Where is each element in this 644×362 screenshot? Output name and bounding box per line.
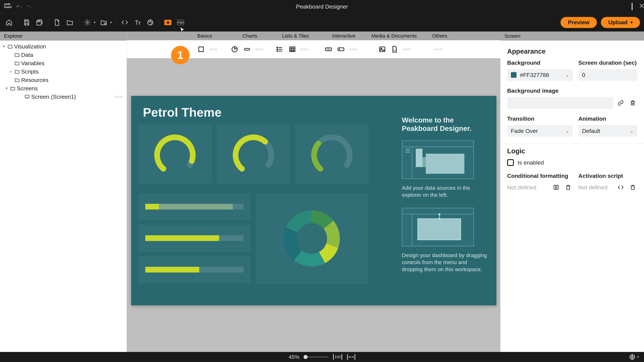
- home-button[interactable]: [4, 17, 14, 28]
- svg-rect-34: [556, 185, 558, 189]
- cond-edit-icon[interactable]: [552, 183, 561, 192]
- svg-point-5: [151, 22, 152, 23]
- background-label: Background: [507, 59, 573, 66]
- chevron-down-icon: ⌄: [630, 128, 634, 134]
- control-table[interactable]: [287, 44, 298, 55]
- upload-button-label: Upload: [608, 19, 628, 26]
- zoom-100-button[interactable]: 100: [333, 354, 342, 360]
- bgimage-field[interactable]: [507, 97, 613, 109]
- design-canvas[interactable]: Petrol Theme: [131, 96, 496, 305]
- duration-field[interactable]: 0: [578, 69, 637, 81]
- zoom-fit-button[interactable]: [347, 354, 355, 360]
- welcome-title-line2: Peakboard Designer.: [402, 124, 472, 132]
- settings-button[interactable]: [82, 17, 93, 28]
- tree-root-visualization[interactable]: ▾ Visualization: [0, 42, 126, 51]
- tree-item-data[interactable]: Data: [0, 51, 126, 59]
- gauge-tile-2: [217, 124, 290, 184]
- edge-mode-badge[interactable]: edge: [175, 17, 186, 28]
- animation-value: Default: [582, 128, 600, 134]
- animation-field[interactable]: Default ⌄: [578, 125, 637, 137]
- is-enabled-label: Is enabled: [518, 159, 544, 166]
- explorer-header: Explorer: [0, 31, 126, 40]
- background-value: #FF327788: [520, 72, 549, 78]
- properties-panel: Screen Appearance Background #FF327788 ⌄…: [500, 31, 644, 352]
- welcome-illustration-1: [402, 140, 474, 179]
- interactive-more[interactable]: ○○○: [348, 44, 359, 55]
- folder-settings-chevron[interactable]: ▾: [110, 20, 112, 25]
- upload-button[interactable]: Upload ▾: [601, 17, 640, 28]
- activation-trash-icon[interactable]: [628, 183, 637, 192]
- tree-item-screens[interactable]: ▾ Screens: [0, 84, 126, 92]
- app-title: Peakboard Designer: [296, 3, 348, 10]
- control-image[interactable]: [377, 44, 388, 55]
- code-button[interactable]: [120, 17, 130, 28]
- background-color-field[interactable]: #FF327788 ⌄: [507, 69, 573, 81]
- tree-item-variables[interactable]: Variables: [0, 59, 126, 67]
- preview-button-label: Preview: [568, 19, 590, 26]
- control-rectangle[interactable]: [196, 44, 206, 55]
- charts-more[interactable]: ○○○: [254, 44, 265, 55]
- save-button[interactable]: [21, 17, 32, 28]
- svg-rect-10: [244, 48, 250, 50]
- tree-item-screen1[interactable]: Screen (Screen1) ○○○: [0, 92, 126, 101]
- window-maximize[interactable]: [632, 3, 632, 10]
- control-pdf[interactable]: PDF: [389, 44, 400, 55]
- text-style-button[interactable]: [132, 17, 143, 28]
- undo-button[interactable]: ↶▾: [16, 4, 22, 9]
- basics-more[interactable]: ○○○: [208, 44, 219, 55]
- app-logo: peakboard: [4, 2, 12, 10]
- redo-button[interactable]: ↷▾: [26, 4, 32, 9]
- bar-tile-3: [138, 256, 250, 283]
- zoom-slider[interactable]: [304, 357, 328, 358]
- ribbon-group-charts: Charts: [236, 33, 264, 39]
- save-all-button[interactable]: [34, 17, 45, 28]
- activation-label: Activation script: [578, 173, 637, 179]
- preview-button[interactable]: Preview: [560, 17, 597, 28]
- others-more[interactable]: ○○○: [433, 44, 444, 55]
- tree-item-resources[interactable]: Resources: [0, 76, 126, 84]
- peakboard-mode-badge[interactable]: ▦: [162, 17, 173, 28]
- tree-item-label: Data: [21, 52, 33, 58]
- cond-trash-icon[interactable]: [564, 183, 573, 192]
- cond-formatting-label: Conditional formatting: [507, 173, 573, 179]
- chevron-down-icon: ⌄: [565, 72, 569, 78]
- control-progress[interactable]: [242, 44, 252, 55]
- ribbon-group-lists: Lists & Tiles: [276, 33, 316, 39]
- control-list[interactable]: [274, 44, 286, 55]
- tree-item-more-icon[interactable]: ○○○: [115, 94, 123, 99]
- trash-icon[interactable]: [628, 98, 637, 107]
- control-button-ok[interactable]: OK: [323, 44, 334, 55]
- is-enabled-checkbox[interactable]: [507, 159, 514, 166]
- tree-item-label: Screens: [17, 85, 38, 92]
- svg-rect-14: [290, 47, 295, 52]
- control-piechart[interactable]: [229, 44, 240, 55]
- link-icon[interactable]: [616, 98, 625, 107]
- cond-not-defined: Not defined: [507, 184, 536, 191]
- transition-field[interactable]: Fade Over ⌄: [507, 125, 573, 137]
- svg-rect-6: [8, 45, 12, 48]
- activation-code-icon[interactable]: [616, 183, 625, 192]
- settings-chevron[interactable]: ▾: [94, 20, 96, 25]
- lists-more[interactable]: ○○○: [299, 44, 310, 55]
- svg-point-22: [150, 130, 200, 180]
- animation-label: Animation: [578, 115, 637, 122]
- properties-header: Screen: [500, 31, 644, 40]
- theme-button[interactable]: [145, 17, 156, 28]
- welcome-text-1: Add your data sources in the explorer on…: [402, 184, 489, 198]
- new-file-button[interactable]: [52, 17, 62, 28]
- tree-item-label: Scripts: [21, 68, 38, 75]
- tree-item-scripts[interactable]: ▸ Scripts: [0, 67, 126, 76]
- control-input[interactable]: [336, 44, 346, 55]
- language-button[interactable]: ▾: [629, 354, 639, 360]
- zoom-value: 45%: [289, 354, 300, 360]
- ribbon-group-others: Others: [426, 33, 453, 39]
- tree-item-label: Screen (Screen1): [31, 93, 76, 100]
- background-swatch: [511, 72, 516, 78]
- folder-settings-button[interactable]: [98, 17, 109, 28]
- media-more[interactable]: ○○○: [402, 44, 412, 55]
- welcome-panel: Welcome to the Peakboard Designer. Add y…: [402, 116, 489, 273]
- donut-tile: [256, 193, 368, 284]
- welcome-title-line1: Welcome to the: [402, 116, 454, 124]
- tree-item-label: Resources: [21, 77, 48, 83]
- open-folder-button[interactable]: [64, 17, 75, 28]
